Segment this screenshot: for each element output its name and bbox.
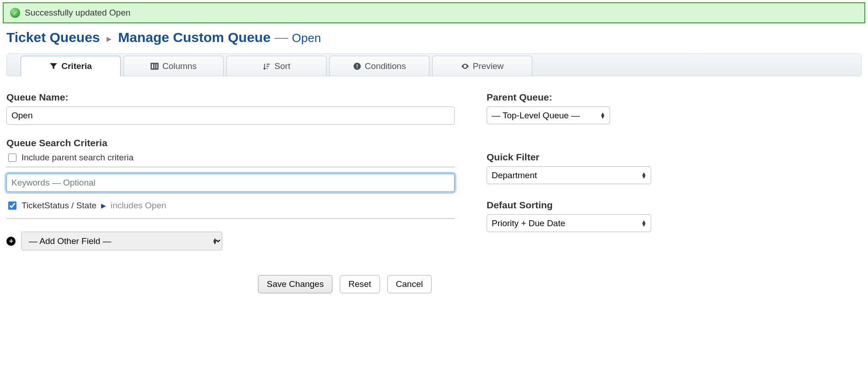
sort-icon (263, 62, 271, 70)
alert-message: Successfully updated Open (25, 8, 130, 18)
tab-preview[interactable]: Preview (432, 56, 532, 76)
include-parent-checkbox[interactable] (8, 154, 16, 162)
button-row: Save Changes Reset Cancel (6, 275, 683, 293)
keywords-input[interactable] (6, 174, 455, 192)
cancel-button[interactable]: Cancel (387, 275, 432, 293)
criterion-row: TicketStatus / State ▶ includes Open (6, 192, 455, 215)
include-parent-row[interactable]: Include parent search criteria (6, 152, 455, 163)
alert-circle-icon (353, 62, 361, 70)
default-sorting-select[interactable]: Priority + Due Date (487, 214, 651, 232)
tab-sort-label: Sort (274, 61, 290, 71)
success-alert: ✓ Successfully updated Open (3, 2, 865, 23)
eye-icon (461, 62, 469, 70)
add-field-select[interactable]: — Add Other Field — (21, 232, 222, 250)
divider (6, 218, 455, 219)
parent-queue-label: Parent Queue: (487, 92, 683, 103)
queue-name-label: Queue Name: (6, 92, 455, 103)
tab-bar: Criteria Columns Sort Conditions Preview (6, 53, 862, 76)
svg-rect-1 (357, 64, 358, 67)
save-button[interactable]: Save Changes (258, 275, 332, 293)
tab-columns[interactable]: Columns (123, 56, 224, 76)
breadcrumb-manage-queue[interactable]: Manage Custom Queue (118, 30, 270, 45)
tab-columns-label: Columns (162, 61, 197, 71)
reset-button[interactable]: Reset (340, 275, 380, 293)
tab-criteria[interactable]: Criteria (21, 56, 121, 76)
quick-filter-select[interactable]: Department (487, 166, 651, 184)
svg-rect-2 (357, 67, 358, 68)
tab-preview-label: Preview (473, 61, 504, 71)
tab-criteria-label: Criteria (61, 61, 92, 71)
page-title: Ticket Queues ▸ Manage Custom Queue — Op… (6, 30, 862, 45)
queue-name-input[interactable] (6, 106, 455, 125)
tab-conditions[interactable]: Conditions (329, 56, 429, 76)
default-sorting-label: Defaut Sorting (487, 200, 683, 211)
divider (6, 167, 455, 167)
plus-circle-icon[interactable]: ＋ (6, 237, 16, 246)
quick-filter-label: Quick Filter (487, 152, 683, 163)
breadcrumb-ticket-queues[interactable]: Ticket Queues (6, 30, 100, 45)
criteria-label: Queue Search Criteria (6, 138, 455, 148)
parent-queue-select[interactable]: — Top-Level Queue — (487, 106, 610, 124)
criterion-op: includes Open (111, 201, 166, 211)
filter-icon (49, 62, 58, 70)
include-parent-label: Include parent search criteria (21, 153, 134, 163)
criterion-field: TicketStatus / State (21, 201, 96, 211)
columns-icon (150, 62, 159, 70)
criterion-checkbox[interactable] (8, 201, 16, 210)
check-circle-icon: ✓ (10, 8, 20, 18)
title-separator: — (274, 30, 288, 45)
tab-conditions-label: Conditions (365, 61, 406, 71)
title-suffix: Open (292, 31, 321, 45)
add-field-row: ＋ — Add Other Field — ▲▼ (6, 225, 455, 257)
caret-right-icon: ▶ (101, 202, 106, 209)
chevron-right-icon: ▸ (107, 33, 112, 44)
tab-sort[interactable]: Sort (226, 56, 327, 76)
